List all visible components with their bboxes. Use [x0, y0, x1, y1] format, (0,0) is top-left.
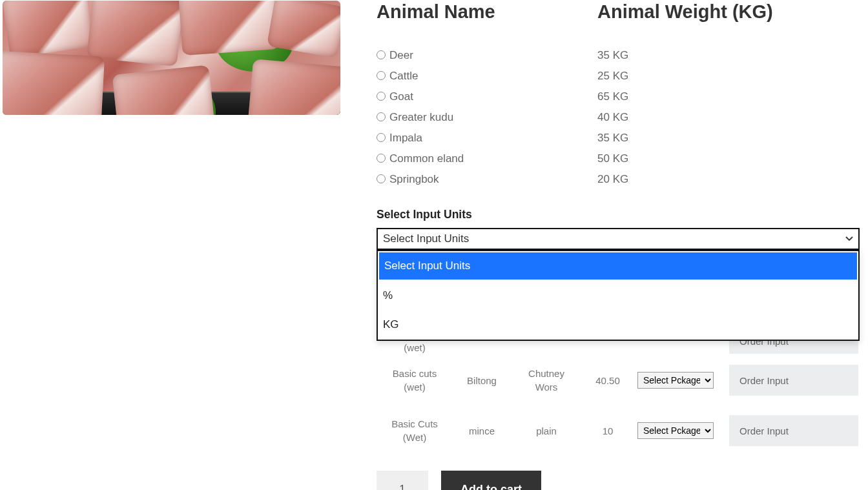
animal-radio-input[interactable]: [377, 50, 386, 59]
animal-weight-value: 65 KG: [597, 88, 867, 105]
chevron-down-icon: [845, 236, 853, 241]
animal-weight-value: 50 KG: [597, 150, 867, 167]
cell-flavour-sub: Wors: [535, 382, 558, 393]
animal-radio-cattle[interactable]: Cattle: [377, 67, 597, 84]
cell-cut: Basic cuts: [393, 368, 437, 379]
animal-radio-common-eland[interactable]: Common eland: [377, 150, 597, 167]
table-row: Basic Cuts(Wet)minceplain10Select Pckage…: [377, 409, 867, 459]
animal-weight-value: 25 KG: [597, 67, 867, 84]
order-input-button[interactable]: Order Input: [729, 415, 858, 446]
select-units-option[interactable]: %: [378, 281, 858, 311]
heading-animal-name: Animal Name: [377, 0, 597, 23]
animal-radio-input[interactable]: [377, 154, 386, 163]
cell-cut-sub: (Wet): [403, 432, 426, 443]
cell-flavour: Chutney: [528, 368, 564, 379]
animal-radio-input[interactable]: [377, 71, 386, 80]
animal-radio-label: Cattle: [389, 68, 418, 85]
cell-price: 10: [582, 425, 634, 436]
table-row: Basic cuts(wet)BiltongChutneyWors40.50Se…: [377, 358, 867, 409]
package-select[interactable]: Select Pckage: [637, 372, 714, 389]
cell-price: 40.50: [582, 375, 634, 386]
animal-radio-deer[interactable]: Deer: [377, 46, 597, 63]
cell-type: mince: [453, 425, 511, 436]
product-image: [3, 1, 340, 115]
cell-cut: Basic Cuts: [391, 418, 438, 429]
quantity-input[interactable]: [377, 471, 428, 490]
animal-weight-value: 20 KG: [597, 170, 867, 187]
animal-radio-label: Deer: [389, 47, 413, 64]
animal-radio-label: Impala: [389, 130, 422, 147]
animal-weight-value: 35 KG: [597, 46, 867, 63]
select-units-option[interactable]: Select Input Units: [379, 252, 857, 280]
animal-radio-label: Greater kudu: [389, 109, 453, 126]
order-input-button[interactable]: Order Input: [729, 365, 858, 396]
cell-cut-sub: (wet): [404, 382, 425, 393]
select-units-option[interactable]: KG: [378, 310, 858, 340]
animal-radio-input[interactable]: [377, 112, 386, 121]
select-units-options[interactable]: Select Input Units%KG: [377, 250, 860, 341]
animal-radio-input[interactable]: [377, 133, 386, 142]
animal-weight-value: 40 KG: [597, 108, 867, 125]
add-to-cart-button[interactable]: Add to cart: [441, 471, 541, 490]
animal-radio-impala[interactable]: Impala: [377, 129, 597, 146]
animal-radio-label: Common eland: [389, 150, 464, 167]
animal-weight-value: 35 KG: [597, 129, 867, 146]
select-units-value: Select Input Units: [383, 232, 469, 245]
select-units-dropdown[interactable]: Select Input Units: [377, 228, 860, 250]
cell-cut-sub: (wet): [404, 342, 425, 353]
cell-flavour: plain: [536, 425, 557, 436]
animal-radio-label: Goat: [389, 88, 413, 105]
animal-radio-goat[interactable]: Goat: [377, 88, 597, 105]
animal-radio-greater-kudu[interactable]: Greater kudu: [377, 108, 597, 125]
animal-radio-input[interactable]: [377, 174, 386, 183]
select-units-label: Select Input Units: [377, 208, 867, 221]
package-select[interactable]: Select Pckage: [637, 422, 714, 439]
animal-radio-input[interactable]: [377, 92, 386, 101]
cell-type: Biltong: [453, 375, 511, 386]
animal-radio-label: Springbok: [389, 171, 439, 188]
animal-radio-springbok[interactable]: Springbok: [377, 170, 597, 187]
heading-animal-weight: Animal Weight (KG): [597, 0, 867, 23]
